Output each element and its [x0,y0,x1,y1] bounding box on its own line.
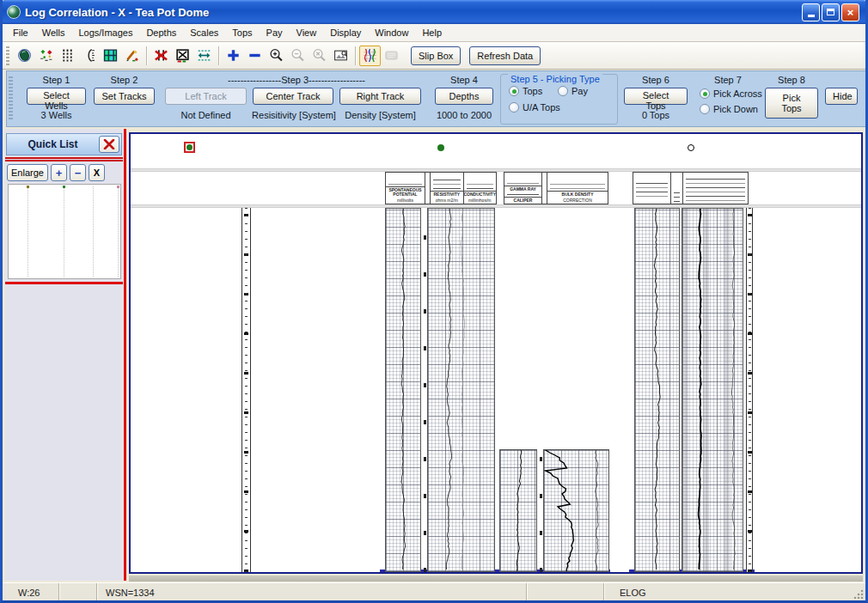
step8-label: Step 8 [757,75,826,85]
pick-tops-button[interactable]: Pick Tops [765,88,818,119]
pick-direction-pick-down[interactable]: Pick Down [700,104,758,114]
radio-icon [700,88,710,99]
resize-grip[interactable] [853,589,864,600]
menu-depths[interactable]: Depths [139,25,183,40]
wells-scatter-icon[interactable] [35,46,57,66]
log-track-sp-well2[interactable] [499,449,537,572]
well-icon[interactable] [14,46,35,66]
fit-width-icon[interactable] [193,46,215,66]
workspace: Quick List Enlarge + − X [3,127,865,582]
clear-button[interactable]: X [89,164,105,181]
horizontal-scrollbar[interactable] [129,576,863,582]
image-icon[interactable] [330,46,351,66]
center-track-button[interactable]: Center Track [253,88,333,105]
depths-button[interactable]: Depths [435,88,493,105]
radio-icon [509,86,519,96]
quick-list-panel: Quick List Enlarge + − X [5,129,126,581]
menu-scales[interactable]: Scales [183,25,225,40]
select-wells-button[interactable]: Select Wells [27,88,86,105]
radio-label: Pick Down [713,104,758,114]
log-track-gamma-well2[interactable] [543,449,609,572]
curve-scale-icon[interactable] [78,46,100,66]
log-tracks-area[interactable] [131,208,861,572]
status-well-count: W:26 [3,583,59,601]
log-track-resistivity-well1[interactable] [427,208,495,572]
step7-label: Step 7 [694,75,762,85]
remove-button[interactable]: − [70,164,86,181]
radio-label: Tops [523,86,542,96]
delete-x-icon[interactable] [150,46,172,66]
header-sp-title: SPONTANEOUS POTENTIAL [386,186,425,198]
window-title: Log Correlation - X - Tea Pot Dome [25,6,802,19]
menu-logs-images[interactable]: Logs/Images [71,25,139,40]
header-cond-units: millimhos/m [464,198,497,204]
log-display-area: SPONTANEOUS POTENTIAL millivolts RESISTI… [129,132,863,574]
picking-type-u-a-tops[interactable]: U/A Tops [509,102,560,113]
left-track-status: Not Defined [165,110,247,120]
well-selector-strip [131,134,861,168]
menu-window[interactable]: Window [368,25,415,40]
menu-wells[interactable]: Wells [35,25,72,40]
well-dot-icon [186,144,193,150]
tracks-icon[interactable] [57,46,78,66]
delete-box-icon[interactable] [172,46,193,66]
picking-type-pay[interactable]: Pay [558,86,588,96]
radio-icon [558,86,568,96]
minimize-button[interactable] [802,3,820,21]
well-marker-icon[interactable] [437,144,444,151]
app-icon [7,5,21,19]
hide-button[interactable]: Hide [825,88,858,105]
select-tops-button[interactable]: Select Tops [624,88,688,105]
radio-icon [700,104,710,114]
close-icon [103,139,115,149]
well-marker-selected-icon[interactable] [184,142,195,153]
well-marker-open-icon[interactable] [688,144,694,151]
log-track-sp-well3[interactable] [634,208,680,572]
menu-display[interactable]: Display [323,25,368,40]
menu-view[interactable]: View [290,25,324,40]
menu-tops[interactable]: Tops [225,25,259,40]
log-track-density-well3[interactable] [682,208,743,572]
right-track-button[interactable]: Right Track [339,88,421,105]
depth-track-well3 [746,208,753,572]
zoom-cancel-icon [309,46,330,66]
center-track-status: Resisitivity [System] [244,110,344,120]
step4-label: Step 4 [426,75,502,85]
step3-label: -----------------Step 3-----------------… [211,75,382,85]
close-button[interactable]: × [841,3,859,21]
quick-list-preview[interactable] [8,184,121,279]
annotate-icon[interactable] [121,46,143,66]
menu-help[interactable]: Help [415,25,449,40]
slip-box-button[interactable]: Slip Box [411,46,461,65]
log-track-sp-well1[interactable] [385,208,421,572]
plus-icon[interactable] [223,46,244,66]
enlarge-button[interactable]: Enlarge [7,164,48,181]
preview-mark [63,186,65,188]
maximize-button[interactable] [822,3,840,21]
grid-table-icon[interactable] [100,46,121,66]
right-track-status: Density [System] [334,110,426,120]
set-tracks-button[interactable]: Set Tracks [94,88,155,105]
radio-label: Pick Across [713,88,762,99]
zoom-in-icon[interactable] [266,46,287,66]
menu-pay[interactable]: Pay [260,25,290,40]
add-button[interactable]: + [51,164,67,181]
quick-list-close-button[interactable] [99,136,119,153]
zoom-out-icon [287,46,309,66]
header-den-title: BULK DENSITY [547,191,608,198]
divider [5,282,123,284]
menu-file[interactable]: File [6,25,35,40]
picking-type-tops[interactable]: Tops [509,86,542,96]
log-grid-icon[interactable] [359,46,381,66]
left-track-button[interactable]: Left Track [165,88,247,105]
refresh-data-button[interactable]: Refresh Data [469,46,541,65]
minimize-icon [808,15,815,17]
pick-direction-pick-across[interactable]: Pick Across [700,88,762,99]
step6-label: Step 6 [624,75,688,85]
step1-status: 3 Wells [27,110,86,120]
step6-status: 0 Tops [624,110,688,120]
minus-icon[interactable] [244,46,266,66]
status-spacer [527,583,604,601]
steps-panel: Step 1 Select Wells 3 Wells Step 2 Set T… [6,70,867,127]
step2-label: Step 2 [94,75,155,85]
